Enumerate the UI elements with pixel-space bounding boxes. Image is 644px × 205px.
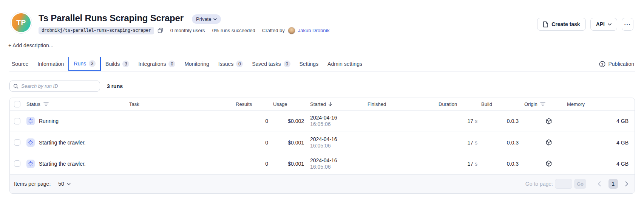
items-per-page-label: Items per page: xyxy=(14,181,51,187)
run-memory: 4 GB xyxy=(616,161,629,167)
spinner-icon xyxy=(26,160,35,168)
more-actions-button[interactable]: ··· xyxy=(622,18,633,31)
run-duration-value: 17 xyxy=(467,161,473,167)
go-to-page-label: Go to page: xyxy=(525,181,553,187)
tab-builds-badge: 3 xyxy=(122,61,129,67)
go-button[interactable]: Go xyxy=(574,179,586,189)
run-usage: $0.002 xyxy=(288,118,304,124)
run-started-date: 2024-04-16 xyxy=(310,115,337,121)
tab-source[interactable]: Source xyxy=(9,57,33,71)
tab-monitoring[interactable]: Monitoring xyxy=(180,57,213,71)
run-started-time: 16:05:06 xyxy=(310,143,337,149)
spinner-icon xyxy=(26,138,35,147)
add-description-button[interactable]: + Add description... xyxy=(8,42,53,48)
ellipsis-icon: ··· xyxy=(624,21,631,28)
file-icon xyxy=(543,21,548,28)
col-usage: Usage xyxy=(273,101,287,107)
run-results: 0 xyxy=(265,161,268,167)
col-memory: Memory xyxy=(567,101,585,107)
tab-saved-tasks[interactable]: Saved tasks 0 xyxy=(247,57,295,71)
api-button[interactable]: API xyxy=(590,18,617,31)
publication-label: Publication xyxy=(608,61,635,67)
run-started-date: 2024-04-16 xyxy=(310,157,337,164)
run-started-date: 2024-04-16 xyxy=(310,136,337,143)
cube-icon xyxy=(546,118,552,124)
create-task-label: Create task xyxy=(551,21,580,27)
col-started[interactable]: Started xyxy=(310,101,326,107)
tab-builds[interactable]: Builds 3 xyxy=(101,57,134,71)
tab-information[interactable]: Information xyxy=(33,57,68,71)
items-per-page-value: 50 xyxy=(58,181,64,187)
actor-runs-page: TP Ts Parallel Runs Scraping Scraper Pri… xyxy=(0,0,644,205)
copy-icon[interactable] xyxy=(158,28,163,33)
sort-down-icon[interactable] xyxy=(329,102,332,106)
actor-logo: TP xyxy=(10,12,32,34)
success-rate: 0% runs succeeded xyxy=(212,28,255,33)
col-task: Task xyxy=(129,101,139,107)
create-task-button[interactable]: Create task xyxy=(537,18,586,31)
spinner-icon xyxy=(26,117,35,125)
cube-icon xyxy=(546,139,552,146)
col-duration: Duration xyxy=(439,101,457,107)
filter-icon[interactable] xyxy=(43,102,49,106)
tab-bar: Source Information Runs 3 Builds 3 Integ… xyxy=(9,57,635,71)
chevron-down-icon xyxy=(608,23,612,26)
tab-settings[interactable]: Settings xyxy=(295,57,323,71)
chevron-down-icon xyxy=(67,183,71,185)
run-status-label: Starting the crawler. xyxy=(39,161,86,167)
select-all-checkbox[interactable] xyxy=(14,101,20,107)
table-row[interactable]: Starting the crawler. 0 $0.001 2024-04-1… xyxy=(10,153,635,174)
col-build: Build xyxy=(481,101,492,107)
dollar-circle-icon: $ xyxy=(599,61,605,67)
tab-saved-tasks-badge: 0 xyxy=(284,61,290,67)
col-origin: Origin xyxy=(524,101,537,107)
table-row[interactable]: Starting the crawler. 0 $0.001 2024-04-1… xyxy=(10,132,635,153)
filter-icon[interactable] xyxy=(540,102,545,106)
items-per-page-select[interactable]: 50 xyxy=(58,181,71,187)
tab-runs[interactable]: Runs 3 xyxy=(68,57,101,71)
tab-issues[interactable]: Issues 0 xyxy=(214,57,247,71)
chevron-right-icon[interactable] xyxy=(625,181,629,186)
run-memory: 4 GB xyxy=(616,118,629,124)
tab-integrations[interactable]: Integrations 0 xyxy=(134,57,180,71)
table-header-row: Status Task Results Usage Started Finish… xyxy=(10,98,635,110)
visibility-badge[interactable]: Private xyxy=(192,14,221,24)
run-duration-unit: s xyxy=(475,161,477,167)
run-usage: $0.001 xyxy=(288,161,304,167)
tab-admin-settings[interactable]: Admin settings xyxy=(323,57,367,71)
tab-issues-badge: 0 xyxy=(236,61,243,67)
row-checkbox[interactable] xyxy=(14,118,20,124)
table-footer: Items per page: 50 Go to page: Go 1 xyxy=(10,174,635,193)
table-row[interactable]: Running 0 $0.002 2024-04-16 16:05:06 17 … xyxy=(10,110,635,132)
run-status-label: Running xyxy=(39,118,59,124)
cube-icon xyxy=(546,160,552,167)
author-avatar[interactable] xyxy=(288,27,295,34)
run-results: 0 xyxy=(265,140,268,146)
visibility-badge-label: Private xyxy=(196,16,211,22)
run-duration-value: 17 xyxy=(467,140,473,146)
run-duration-value: 17 xyxy=(467,118,473,124)
run-memory: 4 GB xyxy=(616,140,629,146)
current-page-button[interactable]: 1 xyxy=(608,179,618,189)
tab-integrations-badge: 0 xyxy=(168,61,175,67)
row-checkbox[interactable] xyxy=(14,160,20,167)
run-search-box xyxy=(9,81,100,92)
chevron-down-icon xyxy=(213,18,217,20)
search-input[interactable] xyxy=(21,83,96,89)
top-actions: Create task API ··· xyxy=(537,18,633,31)
run-duration-unit: s xyxy=(475,140,477,146)
run-usage: $0.001 xyxy=(288,140,304,146)
actor-meta-row: drobnikj/ts-parallel-runs-scraping-scrap… xyxy=(39,26,330,34)
api-button-label: API xyxy=(596,21,605,27)
tab-publication[interactable]: $ Publication xyxy=(599,57,635,71)
row-checkbox[interactable] xyxy=(14,139,20,146)
monthly-users: 0 monthly users xyxy=(170,28,205,33)
chevron-left-icon[interactable] xyxy=(598,181,601,186)
col-status: Status xyxy=(26,101,40,107)
run-build: 0.0.3 xyxy=(507,161,519,167)
actor-id-pill[interactable]: drobnikj/ts-parallel-runs-scraping-scrap… xyxy=(39,27,154,34)
go-to-page-input[interactable] xyxy=(555,179,572,189)
run-build: 0.0.3 xyxy=(507,118,519,124)
author-link[interactable]: Jakub Drobník xyxy=(298,28,330,33)
run-build: 0.0.3 xyxy=(507,140,519,146)
